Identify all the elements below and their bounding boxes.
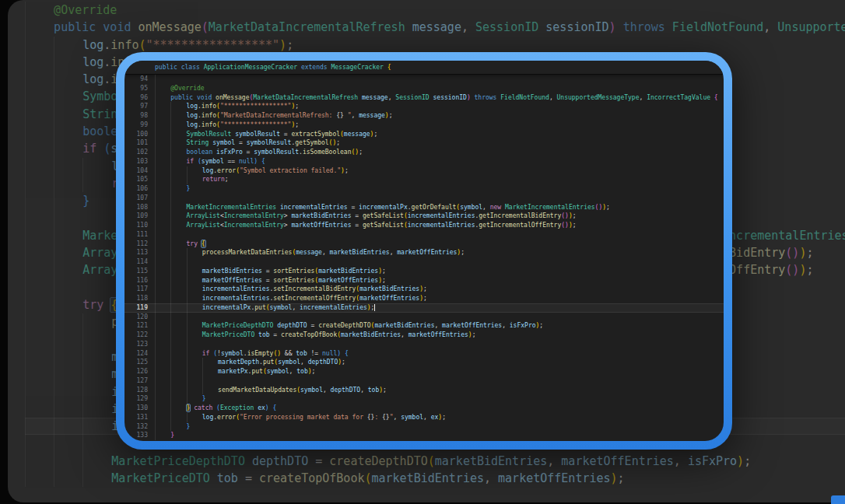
line-number[interactable]: 114 xyxy=(124,257,155,267)
code-line-116[interactable]: 116marketOffEntries = sortEntries(market… xyxy=(124,276,724,285)
code-token xyxy=(538,20,545,34)
indent-guide xyxy=(170,157,186,166)
line-number[interactable]: 95 xyxy=(124,84,155,93)
code-line-95[interactable]: 95@Override xyxy=(124,84,724,93)
line-number[interactable]: 122 xyxy=(124,331,155,340)
code-line-128[interactable]: 128sendMarketDataUpdates(symbol, depthDT… xyxy=(124,386,724,395)
indent-guide xyxy=(25,366,54,383)
indent-guide xyxy=(170,313,186,322)
code-line-103[interactable]: 103if (symbol == null) { xyxy=(124,157,724,166)
code-line-132[interactable]: 132} xyxy=(124,422,724,432)
line-number[interactable]: 98 xyxy=(124,111,155,121)
line-number[interactable]: 107 xyxy=(124,194,155,203)
code-line-130[interactable]: 130} catch (Exception ex) { xyxy=(124,404,724,413)
line-number[interactable]: 130 xyxy=(124,404,155,413)
line-number[interactable]: 125 xyxy=(124,358,155,367)
code-line-109[interactable]: 109ArrayList<IncrementalEntry> marketBid… xyxy=(124,212,724,221)
line-number[interactable]: 99 xyxy=(124,121,155,130)
code-line-114[interactable]: 114 xyxy=(124,257,724,267)
code-line-126[interactable]: 126marketPx.put(symbol, tob); xyxy=(124,367,724,376)
line-number[interactable]: 110 xyxy=(124,221,155,230)
line-number[interactable]: 109 xyxy=(124,212,155,221)
line-number[interactable]: 116 xyxy=(124,276,155,285)
line-number[interactable]: 113 xyxy=(124,248,155,257)
code-line-129[interactable]: 129} xyxy=(124,394,724,404)
code-token: , xyxy=(322,249,330,256)
code-line-107[interactable]: 107 xyxy=(124,194,724,203)
line-number[interactable]: 119 xyxy=(124,303,155,313)
zoom-overlay-panel[interactable]: public class ApplicationMessageCracker e… xyxy=(116,52,732,450)
line-number[interactable]: 108 xyxy=(124,203,155,212)
indent-guide xyxy=(82,366,111,383)
line-number[interactable]: 106 xyxy=(124,184,155,194)
code-line-105[interactable]: 105return; xyxy=(124,175,724,184)
code-token: log xyxy=(187,112,198,119)
code-token: ) xyxy=(279,38,286,52)
line-number[interactable]: 131 xyxy=(124,413,155,422)
code-line-106[interactable]: 106} xyxy=(124,184,724,194)
line-number[interactable]: 128 xyxy=(124,386,155,395)
code-token: createTopOfBook xyxy=(259,471,364,485)
code-token: symbol xyxy=(300,387,323,394)
line-number[interactable]: 120 xyxy=(124,313,155,322)
code-line-127[interactable]: 127 xyxy=(124,376,724,386)
code-line-124[interactable]: 124if (!symbol.isEmpty() && tob != null)… xyxy=(124,349,724,359)
line-number[interactable]: 123 xyxy=(124,340,155,349)
code-line-102[interactable]: 102boolean isFxPro = symbolResult.isSome… xyxy=(124,148,724,157)
line-number[interactable]: 126 xyxy=(124,367,155,376)
line-number[interactable]: 118 xyxy=(124,294,155,303)
line-number[interactable]: 104 xyxy=(124,166,155,176)
line-number[interactable]: 96 xyxy=(124,93,155,103)
indent-guide xyxy=(187,276,202,285)
line-number[interactable]: 115 xyxy=(124,267,155,276)
code-token: , xyxy=(289,368,297,375)
code-token: public xyxy=(170,94,193,101)
line-number[interactable]: 111 xyxy=(124,230,155,240)
code-token: log xyxy=(82,38,103,52)
code-line-122[interactable]: 122MarketPriceDTO tob = createTopOfBook(… xyxy=(124,331,724,340)
code-token: symbol xyxy=(270,304,293,311)
code-line-94[interactable]: 94 xyxy=(124,75,724,84)
code-line-133[interactable]: 133} xyxy=(124,431,724,440)
line-number[interactable]: 124 xyxy=(124,349,155,359)
code-token: marketOffEntries xyxy=(498,471,611,485)
line-number[interactable]: 112 xyxy=(124,240,155,249)
code-line-101[interactable]: 101String symbol = symbolResult.getSymbo… xyxy=(124,138,724,148)
code-line-104[interactable]: 104log.error("Symbol extraction failed."… xyxy=(124,166,724,176)
line-number[interactable]: 129 xyxy=(124,394,155,404)
code-line-108[interactable]: 108MarketIncrementalEntries incrementalE… xyxy=(124,203,724,212)
code-line-111[interactable]: 111 xyxy=(124,230,724,240)
line-number[interactable]: 94 xyxy=(124,75,155,84)
indent-guide xyxy=(170,321,186,331)
code-line-120[interactable]: 120 xyxy=(124,313,724,322)
code-line-119[interactable]: 119incrementalPx.put(symbol, incremental… xyxy=(124,303,724,313)
line-number[interactable]: 132 xyxy=(124,422,155,432)
line-number[interactable]: 103 xyxy=(124,157,155,166)
code-line-118[interactable]: 118incrementalEntries.setIncrementalOffE… xyxy=(124,294,724,303)
line-number[interactable]: 97 xyxy=(124,102,155,111)
code-area[interactable]: 9495@Override96public void onMessage(Mar… xyxy=(124,75,724,440)
line-number[interactable]: 102 xyxy=(124,148,155,157)
line-number[interactable]: 100 xyxy=(124,130,155,139)
code-line-117[interactable]: 117incrementalEntries.setIncrementalBidE… xyxy=(124,285,724,294)
code-line-96[interactable]: 96public void onMessage(MarketDataIncrem… xyxy=(124,93,724,103)
line-number[interactable]: 127 xyxy=(124,376,155,386)
line-number[interactable]: 121 xyxy=(124,321,155,331)
code-token: symbolResult xyxy=(247,139,292,146)
line-number[interactable]: 101 xyxy=(124,138,155,148)
code-line-112[interactable]: 112try { xyxy=(124,240,724,249)
code-line-123[interactable]: 123 xyxy=(124,340,724,349)
code-line-99[interactable]: 99log.info("*****************"); xyxy=(124,121,724,130)
line-number[interactable]: 117 xyxy=(124,285,155,294)
code-line-97[interactable]: 97log.info("*****************"); xyxy=(124,102,724,111)
code-line-131[interactable]: 131log.error("Error processing market da… xyxy=(124,413,724,422)
code-line-115[interactable]: 115marketBidEntries = sortEntries(market… xyxy=(124,267,724,276)
code-line-100[interactable]: 100SymbolResult symbolResult = extractSy… xyxy=(124,130,724,139)
line-number[interactable]: 133 xyxy=(124,431,155,440)
code-line-110[interactable]: 110ArrayList<IncrementalEntry> marketOff… xyxy=(124,221,724,230)
code-line-121[interactable]: 121MarketPriceDepthDTO depthDTO = create… xyxy=(124,321,724,331)
code-line-113[interactable]: 113processMarketDataEntries(message, mar… xyxy=(124,248,724,257)
code-line-125[interactable]: 125marketDepth.put(symbol, depthDTO); xyxy=(124,358,724,367)
code-line-98[interactable]: 98log.info("MarketDataIncrementalRefresh… xyxy=(124,111,724,121)
line-number[interactable]: 105 xyxy=(124,175,155,184)
